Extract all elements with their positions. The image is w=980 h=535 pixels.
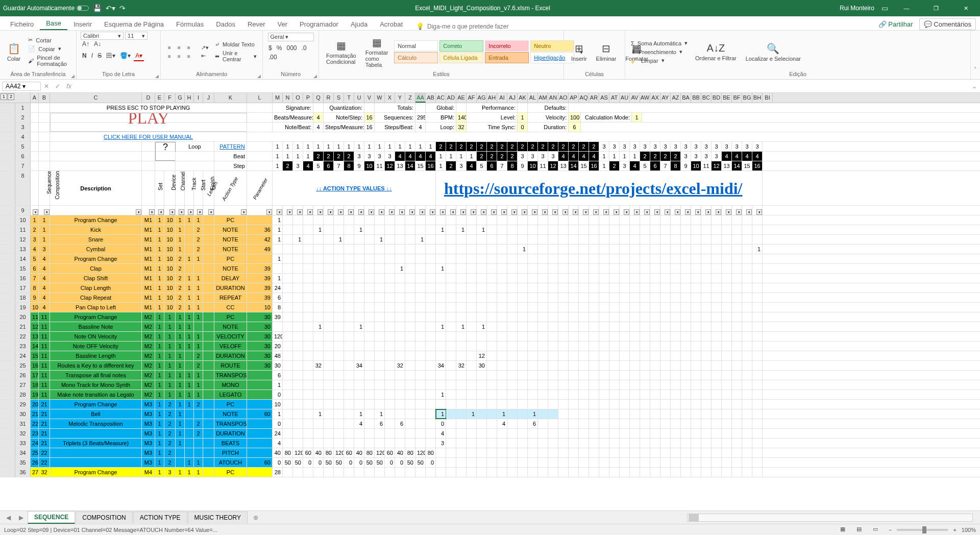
step-value-cell[interactable] (650, 361, 660, 370)
step-value-cell[interactable] (548, 245, 558, 254)
comp-cell[interactable]: 3 (39, 245, 50, 254)
step-value-cell[interactable] (609, 342, 620, 351)
filter-cell[interactable]: ▾ (487, 206, 497, 215)
step-value-cell[interactable] (293, 351, 303, 360)
start-cell[interactable] (185, 429, 194, 438)
step-value-cell[interactable] (712, 390, 722, 399)
step-value-cell[interactable] (671, 215, 681, 225)
step-value-cell[interactable] (712, 293, 722, 302)
desc-cell[interactable]: Clap Shift (50, 274, 142, 283)
step-value-cell[interactable] (752, 274, 763, 283)
step-value-cell[interactable] (681, 390, 691, 399)
step-value-cell[interactable] (334, 264, 344, 273)
col-head-T[interactable]: T (344, 93, 354, 103)
step-value-cell[interactable] (477, 468, 487, 477)
sheet-tab-action-type[interactable]: ACTION TYPE (133, 512, 187, 523)
step-value-cell[interactable] (681, 342, 691, 351)
len-cell[interactable] (203, 380, 214, 390)
step-value-cell[interactable] (497, 458, 507, 467)
step-cell[interactable]: 12 (385, 161, 395, 171)
ch-cell[interactable]: 1 (164, 371, 176, 380)
step-value-cell[interactable] (293, 303, 303, 312)
step-value-cell[interactable] (313, 235, 324, 244)
step-value-cell[interactable] (579, 293, 589, 302)
eliminar-button[interactable]: ⊟Eliminar (593, 41, 620, 63)
step-value-cell[interactable] (405, 409, 415, 419)
step-value-cell[interactable] (415, 274, 426, 283)
step-value-cell[interactable] (681, 225, 691, 234)
step-value-cell[interactable] (701, 215, 712, 225)
step-value-cell[interactable] (630, 312, 640, 322)
pattern-cell[interactable]: 2 (548, 142, 558, 151)
col-head-C[interactable]: C (50, 93, 142, 103)
param-cell[interactable]: 39 (247, 293, 273, 302)
step-value-cell[interactable] (701, 361, 712, 370)
step-value-cell[interactable] (548, 332, 558, 341)
step-value-cell[interactable] (344, 380, 354, 390)
step-value-cell[interactable] (701, 235, 712, 244)
filter-cell[interactable]: ▾ (214, 206, 247, 215)
step-value-cell[interactable] (671, 429, 681, 438)
step-value-cell[interactable] (283, 264, 293, 273)
step-value-cell[interactable] (426, 351, 436, 360)
step-value-cell[interactable]: 50 (283, 458, 293, 467)
step-value-cell[interactable] (630, 419, 640, 428)
font-color-button[interactable]: A▾ (134, 51, 144, 61)
filter-cell[interactable]: ▾ (650, 206, 660, 215)
step-value-cell[interactable] (324, 245, 334, 254)
beat-cell[interactable]: 3 (385, 152, 395, 161)
step-value-cell[interactable] (528, 380, 538, 390)
step-value-cell[interactable]: 50 (334, 458, 344, 467)
comp-cell[interactable]: 11 (39, 312, 50, 322)
seq-cell[interactable]: 15 (31, 351, 39, 360)
step-value-cell[interactable] (712, 409, 722, 419)
step-value-cell[interactable] (630, 322, 640, 331)
step-value-cell[interactable] (640, 264, 650, 273)
step-value-cell[interactable] (293, 225, 303, 234)
step-value-cell[interactable] (364, 429, 375, 438)
step-value-cell[interactable] (712, 342, 722, 351)
row-number[interactable]: 8 (15, 171, 31, 205)
ch-cell[interactable]: 10 (164, 254, 176, 263)
finish-cell[interactable]: 2 (194, 361, 203, 370)
step-value-cell[interactable] (528, 400, 538, 409)
step-value-cell[interactable] (722, 245, 732, 254)
step-value-cell[interactable] (385, 400, 395, 409)
step-value-cell[interactable] (426, 254, 436, 263)
step-value-cell[interactable] (497, 390, 507, 399)
col-head-AS[interactable]: AS (599, 93, 609, 103)
step-value-cell[interactable] (548, 400, 558, 409)
tr-cell[interactable]: 1 (176, 245, 185, 254)
step-value-cell[interactable] (701, 439, 712, 448)
step-value-cell[interactable] (620, 468, 630, 477)
step-cell[interactable]: 2 (609, 161, 620, 171)
col-head-AW[interactable]: AW (640, 93, 650, 103)
step-value-cell[interactable] (691, 448, 701, 457)
dev-cell[interactable]: 1 (155, 409, 164, 419)
filter-dropdown-icon[interactable]: ▾ (149, 209, 155, 215)
step-value-cell[interactable] (599, 439, 609, 448)
step-value-cell[interactable] (722, 264, 732, 273)
col-head-BD[interactable]: BD (712, 93, 722, 103)
step-value-cell[interactable] (497, 283, 507, 293)
step-value-cell[interactable] (426, 245, 436, 254)
step-value-cell[interactable] (528, 371, 538, 380)
step-value-cell[interactable] (569, 419, 579, 428)
step-value-cell[interactable] (558, 322, 569, 331)
finish-cell[interactable]: 1 (194, 342, 203, 351)
step-value-cell[interactable] (640, 342, 650, 351)
desc-cell[interactable]: Clap Repeat (50, 293, 142, 302)
step-value-cell[interactable] (324, 361, 334, 370)
step-value-cell[interactable] (364, 303, 375, 312)
step-value-cell[interactable] (405, 380, 415, 390)
step-value-cell[interactable] (671, 468, 681, 477)
step-value-cell[interactable] (303, 312, 313, 322)
step-cell[interactable]: 3 (620, 161, 630, 171)
dev-cell[interactable]: 1 (155, 293, 164, 302)
step-value-cell[interactable] (660, 283, 671, 293)
step-value-cell[interactable] (589, 448, 599, 457)
finish-cell[interactable]: 1 (194, 283, 203, 293)
step-value-cell[interactable] (293, 390, 303, 399)
beat-cell[interactable]: 4 (732, 152, 742, 161)
step-value-cell[interactable] (385, 254, 395, 263)
